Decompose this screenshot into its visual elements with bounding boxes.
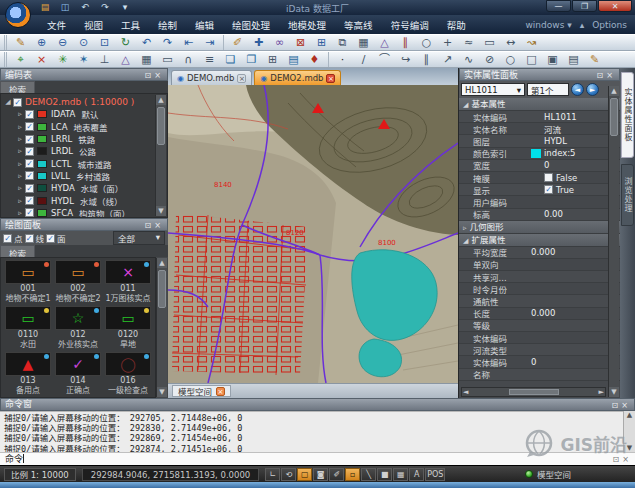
refresh-view-icon[interactable]: ↻ xyxy=(115,35,136,50)
property-value[interactable]: 0.000 xyxy=(531,247,555,257)
symbol-item[interactable]: ▲ 013 备用点 xyxy=(3,352,53,398)
doc-tab-demo2[interactable]: ◉ DEMO2.mdb × xyxy=(254,70,341,85)
scroll-right-icon[interactable]: ► xyxy=(599,388,604,396)
property-value[interactable]: True xyxy=(556,185,574,195)
symbol-item[interactable]: ▭ 0120 旱地 xyxy=(103,306,153,352)
close-tab-icon[interactable]: × xyxy=(326,74,335,83)
snap-point-icon[interactable]: ⌖ xyxy=(10,52,31,67)
photo-icon[interactable]: ▤ xyxy=(283,52,304,67)
property-value[interactable]: 0 xyxy=(544,160,549,170)
curve-edit-icon[interactable]: ↝ xyxy=(521,35,542,50)
image-off-icon[interactable]: ⊠ xyxy=(290,35,311,50)
collapse-icon[interactable]: ▹ xyxy=(15,123,25,131)
close-panel-icon[interactable]: × xyxy=(606,71,616,80)
prev-entity-button[interactable]: ◄ xyxy=(571,83,584,96)
map-canvas[interactable]: 8120 8100 8140 xyxy=(168,85,458,383)
prop-panel-hscrollbar[interactable]: ◄ ► xyxy=(461,387,606,397)
collapse-icon[interactable]: ▹ xyxy=(15,172,25,180)
line-draw-icon[interactable]: / xyxy=(353,52,374,67)
menu-item[interactable]: 绘图处理 xyxy=(223,16,279,34)
layer-row[interactable]: ▹ ✓ SFCA 构筑物（面） xyxy=(3,207,155,218)
layer-checkbox[interactable]: ✓ xyxy=(25,184,34,193)
multiline-icon[interactable]: ≡ xyxy=(199,52,220,67)
doc-tab-demo[interactable]: ◉ DEMO.mdb × xyxy=(171,70,252,85)
collapse-icon[interactable]: ▹ xyxy=(15,184,25,192)
close-button[interactable]: ✕ xyxy=(598,0,632,12)
pushpin-icon[interactable]: ♦ xyxy=(304,52,325,67)
collapse-icon[interactable]: ▹ xyxy=(15,209,25,217)
options-menu[interactable]: Options xyxy=(592,20,627,30)
menu-item[interactable]: 帮助 xyxy=(438,16,475,34)
layer-row[interactable]: ▹ ✓ LRRL 铁路 xyxy=(3,133,155,145)
spline-draw-icon[interactable]: ∿ xyxy=(458,52,479,67)
symbol-item[interactable]: ▭ 001 地物不确定1 xyxy=(3,260,53,306)
float-panel-icon[interactable]: ⊡ xyxy=(145,221,155,230)
symbol-filter-dropdown[interactable]: 全部 ▾ xyxy=(113,231,165,245)
parallel-icon[interactable]: ∥ xyxy=(395,35,416,50)
collapse-icon[interactable]: ▹ xyxy=(15,197,25,205)
layer-row[interactable]: ▹ ✓ HYDL 水域（线） xyxy=(3,194,155,206)
scroll-up-icon[interactable]: ▲ xyxy=(157,258,167,268)
entity-code-combobox[interactable]: HL1011 ▾ xyxy=(461,83,525,96)
menu-item[interactable]: 地模处理 xyxy=(279,16,335,34)
rectangle-draw-icon[interactable]: □ xyxy=(521,52,542,67)
expand-icon[interactable]: ◢ xyxy=(3,98,13,106)
pos-toggle[interactable]: POS xyxy=(425,468,445,481)
trim-icon[interactable]: ≈ xyxy=(458,35,479,50)
close-tab-icon[interactable]: × xyxy=(237,74,246,83)
image-frame-icon[interactable]: ⊞ xyxy=(311,35,332,50)
filter-checkbox[interactable]: ✓ xyxy=(3,234,12,243)
snap-apex-icon[interactable]: △ xyxy=(115,52,136,67)
grid-edit-icon[interactable]: ▦ xyxy=(353,35,374,50)
float-panel-icon[interactable]: ⊡ xyxy=(145,71,155,80)
symbol-filter[interactable]: ✓ 点 xyxy=(3,232,23,244)
property-checkbox[interactable]: ✓ xyxy=(544,173,553,182)
scroll-thumb[interactable] xyxy=(157,107,165,145)
cross-tool-icon[interactable]: + xyxy=(437,35,458,50)
section-extended-attributes[interactable]: ◢扩展属性 xyxy=(459,234,620,247)
arrow-draw-icon[interactable]: ↪ xyxy=(395,52,416,67)
dynamic-input-toggle[interactable]: ✐ xyxy=(329,468,344,481)
section-basic-attributes[interactable]: ◢基本属性 xyxy=(459,98,620,111)
snap-perpendicular-icon[interactable]: ⊥ xyxy=(94,52,115,67)
layer-checkbox[interactable]: ✓ xyxy=(25,171,34,180)
layer-tree-scrollbar[interactable]: ▲ ▼ xyxy=(155,95,166,216)
sketch-icon[interactable]: ✎ xyxy=(10,35,31,50)
collapse-ribbon-icon[interactable]: ▴ xyxy=(580,20,585,30)
menu-item[interactable]: 等高线 xyxy=(335,16,382,34)
otrack-toggle[interactable]: ◙ xyxy=(313,468,328,481)
filter-checkbox[interactable]: ✓ xyxy=(46,234,55,243)
rect-tool-icon[interactable]: ▭ xyxy=(479,35,500,50)
pencil2-icon[interactable]: ✎ xyxy=(584,52,605,67)
float-panel-icon[interactable]: ⊡ xyxy=(613,455,623,464)
menu-item[interactable]: 符号编调 xyxy=(382,16,438,34)
prop-panel-scrollbar[interactable]: ▲ ▼ xyxy=(608,86,619,397)
osnap-toggle[interactable]: ▢ xyxy=(297,468,312,481)
app-logo-icon[interactable] xyxy=(5,2,31,28)
close-panel-icon[interactable]: × xyxy=(621,401,631,410)
layer-checkbox[interactable]: ✓ xyxy=(25,110,34,119)
redo-view-icon[interactable]: ↷ xyxy=(157,35,178,50)
tree-root-row[interactable]: ◢ ✓ DEMO2.mdb ( 1:10000 ) xyxy=(3,96,155,108)
text-display-toggle[interactable]: A xyxy=(409,468,424,481)
snap-toggle[interactable]: ▫ xyxy=(345,468,360,481)
layer-checkbox[interactable]: ✓ xyxy=(25,147,34,156)
layer-checkbox[interactable]: ✓ xyxy=(25,159,34,168)
stretch-icon[interactable]: ↔ xyxy=(500,35,521,50)
layer-checkbox[interactable]: ✓ xyxy=(25,196,34,205)
menu-item[interactable]: 工具 xyxy=(112,16,149,34)
scroll-down-icon[interactable]: ▼ xyxy=(609,387,619,397)
section-geometry[interactable]: ▹几何图形 xyxy=(459,221,620,234)
copy-object-icon[interactable]: ⧉ xyxy=(332,35,353,50)
zoom-out-icon[interactable]: ⊖ xyxy=(52,35,73,50)
close-panel-icon[interactable]: × xyxy=(154,71,164,80)
layer-checkbox[interactable]: ✓ xyxy=(13,98,22,107)
collapse-icon[interactable]: ▹ xyxy=(15,135,25,143)
paste-special-icon[interactable]: ❐ xyxy=(241,52,262,67)
scroll-thumb[interactable] xyxy=(509,389,559,395)
command-input[interactable]: 命令 ⊡× xyxy=(0,452,635,465)
layer-row[interactable]: ▹ ✓ HYDA 水域（面） xyxy=(3,182,155,194)
menu-item[interactable]: 视图 xyxy=(75,16,112,34)
collapse-icon[interactable]: ▹ xyxy=(15,110,25,118)
layer-row[interactable]: ▹ ✓ LVLL 乡村道路 xyxy=(3,170,155,182)
